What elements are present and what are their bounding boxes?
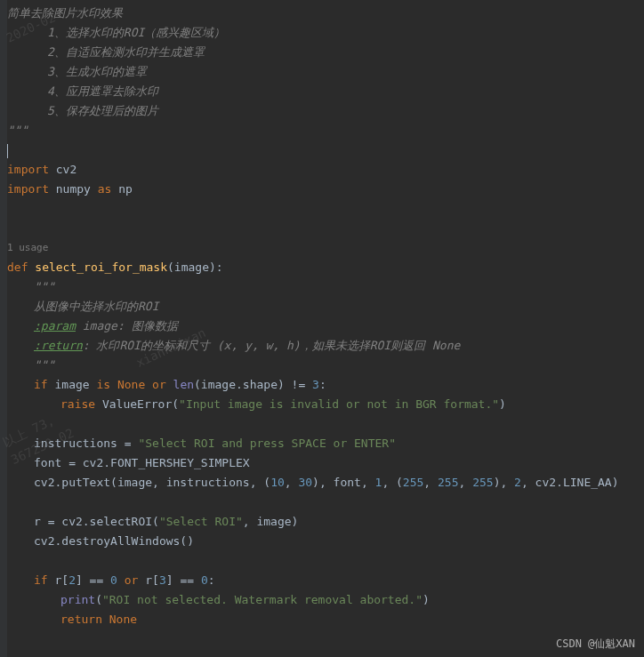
docstring-close: """ bbox=[7, 356, 637, 375]
call-statement: cv2.destroyAllWindows() bbox=[7, 532, 637, 551]
import-line: import cv2 bbox=[7, 160, 637, 180]
docstring-step: 2、自适应检测水印并生成遮罩 bbox=[7, 43, 637, 62]
docstring-open: """ bbox=[7, 277, 637, 297]
caret-line[interactable] bbox=[7, 140, 637, 160]
docstring-return: :return: 水印ROI的坐标和尺寸 (x, y, w, h)，如果未选择R… bbox=[7, 336, 637, 356]
function-def: def select_roi_for_mask(image): bbox=[7, 258, 637, 277]
print-statement: print("ROI not selected. Watermark remov… bbox=[7, 590, 637, 610]
usage-hint[interactable]: 1 usage bbox=[7, 238, 637, 258]
assignment: r = cv2.selectROI("Select ROI", image) bbox=[7, 512, 637, 532]
blank-line bbox=[7, 199, 637, 219]
docstring-step: 4、应用遮罩去除水印 bbox=[7, 82, 637, 101]
call-statement: cv2.putText(image, instructions, (10, 30… bbox=[7, 473, 637, 493]
import-line: import numpy as np bbox=[7, 180, 637, 199]
docstring-step: 5、保存处理后的图片 bbox=[7, 101, 637, 121]
docstring-title: 简单去除图片水印效果 bbox=[7, 4, 637, 23]
text-caret bbox=[7, 144, 8, 158]
docstring-step: 1、选择水印的ROI（感兴趣区域） bbox=[7, 23, 637, 43]
blank-line bbox=[7, 414, 637, 434]
docstring-desc: 从图像中选择水印的ROI bbox=[7, 297, 637, 316]
raise-statement: raise ValueError("Input image is invalid… bbox=[7, 395, 637, 414]
docstring-param: :param image: 图像数据 bbox=[7, 316, 637, 336]
blank-line bbox=[7, 493, 637, 512]
docstring-step: 3、生成水印的遮罩 bbox=[7, 62, 637, 82]
csdn-watermark: CSDN @仙魁XAN bbox=[556, 637, 635, 652]
blank-line bbox=[7, 219, 637, 238]
assignment: instructions = "Select ROI and press SPA… bbox=[7, 434, 637, 453]
assignment: font = cv2.FONT_HERSHEY_SIMPLEX bbox=[7, 453, 637, 473]
blank-line bbox=[7, 551, 637, 571]
if-statement: if image is None or len(image.shape) != … bbox=[7, 375, 637, 395]
if-statement: if r[2] == 0 or r[3] == 0: bbox=[7, 571, 637, 590]
return-statement: return None bbox=[7, 610, 637, 629]
docstring-close: """ bbox=[7, 121, 637, 140]
code-editor[interactable]: 2020-02 xiankuixan 以上 73,367230-02 简单去除图… bbox=[0, 0, 644, 633]
